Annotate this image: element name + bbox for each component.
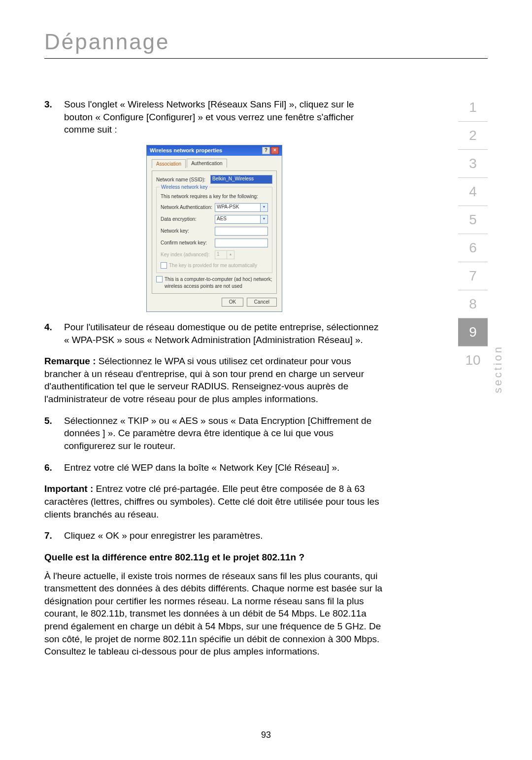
key-index-label: Key index (advanced):	[161, 251, 215, 258]
close-button[interactable]: ×	[271, 147, 279, 154]
page-title: Dépannage	[44, 30, 488, 54]
title-rule	[44, 58, 488, 59]
chevron-down-icon[interactable]: ▾	[261, 203, 268, 212]
section-nav-2[interactable]: 2	[458, 122, 488, 150]
step-number: 7.	[44, 529, 64, 542]
step-text: Entrez votre clé WEP dans la boîte « Net…	[64, 461, 384, 474]
remarque-label: Remarque :	[44, 356, 96, 366]
section-nav-1[interactable]: 1	[458, 94, 488, 122]
step-text: Cliquez « OK » pour enregistrer les para…	[64, 529, 384, 542]
ok-button[interactable]: OK	[222, 298, 243, 307]
step-text: Sous l'onglet « Wireless Networks [Résea…	[64, 98, 384, 136]
step-number: 3.	[44, 98, 64, 136]
dialog-figure: Wireless network properties ? × Associat…	[146, 145, 282, 312]
main-content: 3. Sous l'onglet « Wireless Networks [Ré…	[44, 98, 384, 658]
step-number: 5.	[44, 415, 64, 452]
confirm-key-input[interactable]	[215, 239, 268, 247]
step-text: Sélectionnez « TKIP » ou « AES » sous « …	[64, 415, 384, 452]
dialog-title-text: Wireless network properties	[150, 147, 222, 154]
remarque-paragraph: Remarque : Sélectionnez le WPA si vous u…	[44, 355, 384, 406]
chevron-down-icon[interactable]: ▾	[261, 215, 268, 224]
wireless-properties-dialog: Wireless network properties ? × Associat…	[146, 145, 282, 312]
ssid-label: Network name (SSID):	[156, 176, 210, 183]
body-paragraph: À l'heure actuelle, il existe trois norm…	[44, 570, 384, 658]
ssid-input[interactable]: Belkin_N_Wireless	[210, 175, 272, 184]
key-note: This network requires a key for the foll…	[161, 193, 268, 200]
section-nav-6[interactable]: 6	[458, 234, 488, 262]
encryption-combo[interactable]: AES	[215, 215, 261, 224]
section-nav-10[interactable]: 10	[458, 346, 488, 374]
section-nav-7[interactable]: 7	[458, 262, 488, 290]
step-text: Pour l'utilisateur de réseau domestique …	[64, 321, 384, 346]
important-text: Entrez votre clé pré-partagée. Elle peut…	[44, 484, 379, 519]
wireless-key-frame: Wireless network key This network requir…	[156, 187, 272, 273]
step-5: 5. Sélectionnez « TKIP » ou « AES » sous…	[44, 415, 384, 452]
section-nav-4[interactable]: 4	[458, 178, 488, 206]
confirm-key-label: Confirm network key:	[161, 240, 215, 246]
section-sidebar: 12345678910	[458, 94, 488, 374]
important-label: Important :	[44, 484, 93, 494]
auto-key-label: The key is provided for me automatically	[169, 262, 257, 269]
section-nav-9[interactable]: 9	[458, 318, 488, 346]
subheading: Quelle est la différence entre 802.11g e…	[44, 551, 384, 564]
auto-key-checkbox	[161, 262, 167, 269]
cancel-button[interactable]: Cancel	[247, 298, 277, 307]
step-7: 7. Cliquez « OK » pour enregistrer les p…	[44, 529, 384, 542]
step-4: 4. Pour l'utilisateur de réseau domestiq…	[44, 321, 384, 346]
frame-legend: Wireless network key	[160, 184, 209, 191]
adhoc-label: This is a computer-to-computer (ad hoc) …	[165, 276, 272, 289]
important-paragraph: Important : Entrez votre clé pré-partagé…	[44, 483, 384, 520]
auth-label: Network Authentication:	[161, 204, 215, 211]
adhoc-checkbox-row[interactable]: This is a computer-to-computer (ad hoc) …	[156, 276, 272, 289]
tab-association[interactable]: Association	[152, 159, 186, 169]
adhoc-checkbox[interactable]	[156, 276, 163, 282]
encryption-label: Data encryption:	[161, 216, 215, 223]
tab-authentication[interactable]: Authentication	[187, 159, 227, 168]
dialog-titlebar: Wireless network properties ? ×	[147, 145, 282, 156]
auto-key-checkbox-row: The key is provided for me automatically	[161, 262, 268, 269]
network-key-input[interactable]	[215, 227, 268, 236]
tab-panel: Network name (SSID): Belkin_N_Wireless W…	[152, 171, 277, 294]
network-key-label: Network key:	[161, 228, 215, 235]
auth-combo[interactable]: WPA-PSK	[215, 203, 261, 212]
step-3: 3. Sous l'onglet « Wireless Networks [Ré…	[44, 98, 384, 136]
page-number: 93	[0, 730, 532, 740]
stepper-icon: ▴	[227, 250, 234, 259]
step-6: 6. Entrez votre clé WEP dans la boîte « …	[44, 461, 384, 474]
key-index-input: 1	[215, 250, 227, 259]
section-nav-5[interactable]: 5	[458, 206, 488, 234]
help-button[interactable]: ?	[262, 147, 270, 154]
section-label: section	[492, 345, 504, 393]
step-number: 6.	[44, 461, 64, 474]
section-nav-3[interactable]: 3	[458, 150, 488, 178]
step-number: 4.	[44, 321, 64, 346]
section-nav-8[interactable]: 8	[458, 290, 488, 318]
